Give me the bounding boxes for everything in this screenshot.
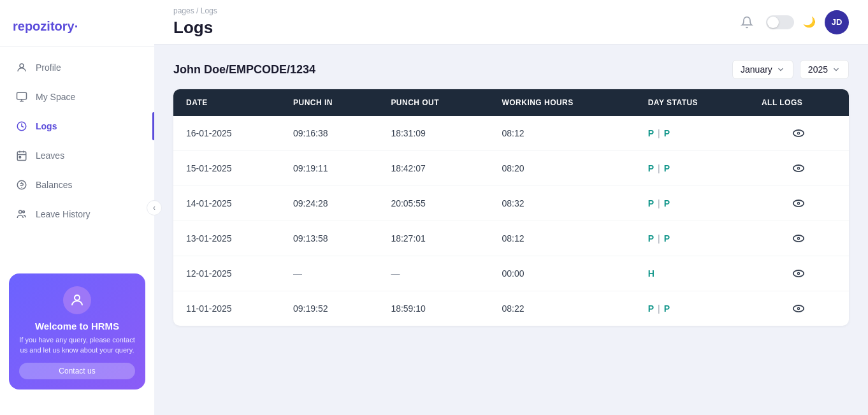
cell-punch-out: 18:31:09 — [378, 116, 489, 151]
sidebar-item-balances[interactable]: Balances — [6, 171, 148, 199]
cell-punch-out: 18:27:01 — [378, 221, 489, 256]
view-log-button[interactable] — [762, 231, 836, 245]
sidebar-label-balances: Balances — [36, 180, 73, 190]
toggle-knob — [767, 17, 779, 28]
cell-punch-in: 09:13:58 — [280, 221, 378, 256]
col-all-logs: ALL LOGS — [749, 89, 849, 116]
cell-working-hours: 08:12 — [489, 116, 635, 151]
table-row: 12-01-2025——00:00H — [173, 256, 849, 291]
view-log-button[interactable] — [762, 161, 836, 175]
table-row: 11-01-202509:19:5218:59:1008:22P|P — [173, 291, 849, 326]
sidebar-item-profile[interactable]: Profile — [6, 54, 148, 82]
leaves-icon — [15, 149, 28, 162]
breadcrumb-current: Logs — [201, 6, 217, 15]
view-log-button[interactable] — [762, 302, 836, 316]
table-body: 16-01-202509:16:3818:31:0908:12P|P 15-01… — [173, 116, 849, 326]
sidebar-label-logs: Logs — [36, 121, 57, 131]
cell-day-status: H — [635, 256, 749, 291]
svg-point-11 — [75, 295, 80, 300]
cell-date: 14-01-2025 — [173, 186, 280, 221]
col-punch-in: PUNCH IN — [280, 89, 378, 116]
month-dropdown[interactable]: January — [732, 60, 793, 79]
user-avatar[interactable]: JD — [825, 10, 849, 34]
welcome-avatar-icon — [63, 286, 91, 314]
notification-bell-button[interactable] — [737, 12, 757, 33]
svg-point-20 — [799, 203, 800, 204]
sidebar-item-logs[interactable]: Logs — [6, 112, 148, 140]
cell-all-logs — [749, 151, 849, 186]
cell-working-hours: 08:20 — [489, 151, 635, 186]
filter-dropdowns: January 2025 — [732, 60, 849, 79]
cell-working-hours: 08:12 — [489, 221, 635, 256]
header-right: 🌙 JD — [737, 10, 849, 34]
cell-punch-out: 18:42:07 — [378, 151, 489, 186]
col-date: DATE — [173, 89, 280, 116]
cell-punch-out: 20:05:55 — [378, 186, 489, 221]
sidebar-label-leavehistory: Leave History — [36, 209, 90, 219]
contact-us-button[interactable]: Contact us — [19, 363, 135, 379]
main-area: pages / Logs Logs 🌙 JD John Doe/EMPCODE/… — [154, 0, 868, 415]
sidebar-item-leavehistory[interactable]: Leave History — [6, 200, 148, 228]
welcome-title: Welcome to HRMS — [19, 321, 135, 331]
cell-punch-in: 09:19:52 — [280, 291, 378, 326]
svg-point-0 — [20, 64, 24, 68]
logs-table-container: DATE PUNCH IN PUNCH OUT WORKING HOURS DA… — [173, 89, 849, 326]
cell-date: 15-01-2025 — [173, 151, 280, 186]
svg-point-9 — [19, 210, 22, 214]
filter-bar: John Doe/EMPCODE/1234 January 2025 — [173, 60, 849, 79]
sidebar-label-leaves: Leaves — [36, 150, 64, 161]
cell-date: 16-01-2025 — [173, 116, 280, 151]
welcome-description: If you have any query, please contact us… — [19, 335, 135, 355]
cell-all-logs — [749, 116, 849, 151]
cell-working-hours: 08:22 — [489, 291, 635, 326]
table-row: 14-01-202509:24:2820:05:5508:32P|P — [173, 186, 849, 221]
logs-table: DATE PUNCH IN PUNCH OUT WORKING HOURS DA… — [173, 89, 849, 326]
breadcrumb-pages: pages — [173, 6, 194, 15]
month-value: January — [741, 64, 772, 75]
cell-punch-in: 09:24:28 — [280, 186, 378, 221]
sidebar-collapse-button[interactable]: ‹ — [147, 200, 162, 215]
view-log-button[interactable] — [762, 266, 836, 280]
svg-rect-1 — [17, 92, 27, 99]
cell-day-status: P|P — [635, 291, 749, 326]
svg-rect-7 — [19, 157, 20, 158]
logs-icon — [15, 120, 28, 133]
theme-toggle[interactable] — [766, 15, 794, 29]
page-title: Logs — [173, 18, 217, 38]
cell-date: 12-01-2025 — [173, 256, 280, 291]
cell-day-status: P|P — [635, 151, 749, 186]
leavehistory-icon — [15, 208, 28, 221]
table-row: 16-01-202509:16:3818:31:0908:12P|P — [173, 116, 849, 151]
svg-point-14 — [799, 133, 800, 134]
myspace-icon — [15, 91, 28, 103]
year-value: 2025 — [808, 64, 828, 75]
cell-working-hours: 00:00 — [489, 256, 635, 291]
cell-day-status: P|P — [635, 116, 749, 151]
welcome-card: Welcome to HRMS If you have any query, p… — [9, 273, 145, 390]
content-area: John Doe/EMPCODE/1234 January 2025 DATE … — [154, 45, 868, 415]
breadcrumb-separator: / — [196, 6, 201, 15]
svg-rect-3 — [17, 152, 26, 161]
svg-point-23 — [799, 238, 800, 239]
svg-point-17 — [799, 168, 800, 169]
sidebar-item-leaves[interactable]: Leaves — [6, 142, 148, 170]
active-indicator — [152, 112, 154, 140]
sidebar: repozitory· Profile My Space Logs — [0, 0, 154, 415]
cell-day-status: P|P — [635, 186, 749, 221]
balances-icon — [15, 178, 28, 191]
col-punch-out: PUNCH OUT — [378, 89, 489, 116]
cell-all-logs — [749, 291, 849, 326]
table-row: 13-01-202509:13:5818:27:0108:12P|P — [173, 221, 849, 256]
cell-all-logs — [749, 256, 849, 291]
svg-point-26 — [799, 273, 800, 274]
cell-day-status: P|P — [635, 221, 749, 256]
header-left: pages / Logs Logs — [173, 6, 217, 38]
col-day-status: DAY STATUS — [635, 89, 749, 116]
month-chevron-icon — [776, 65, 785, 74]
year-dropdown[interactable]: 2025 — [800, 60, 849, 79]
svg-point-10 — [23, 211, 25, 213]
view-log-button[interactable] — [762, 196, 836, 210]
cell-punch-out: 18:59:10 — [378, 291, 489, 326]
view-log-button[interactable] — [762, 126, 836, 140]
sidebar-item-myspace[interactable]: My Space — [6, 83, 148, 111]
